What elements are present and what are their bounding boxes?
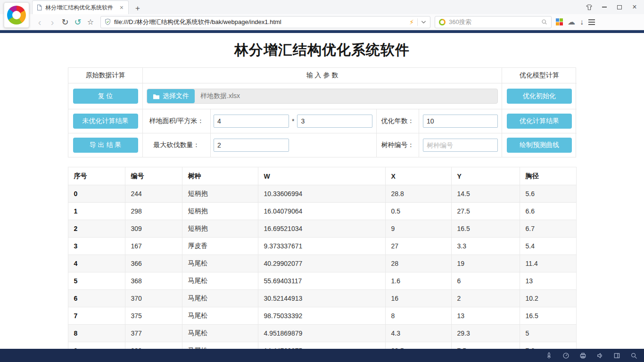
print-icon[interactable] bbox=[579, 352, 586, 359]
table-header-cell: X bbox=[385, 167, 451, 185]
page-favicon-icon bbox=[36, 4, 42, 11]
table-cell: 29.3 bbox=[451, 325, 520, 342]
cloud-sync-icon[interactable]: ☁ bbox=[568, 17, 575, 26]
page-zoom-icon[interactable] bbox=[630, 352, 637, 359]
maximize-icon bbox=[617, 5, 622, 9]
choose-file-button[interactable]: 选择文件 bbox=[147, 89, 195, 103]
window-controls: × bbox=[582, 1, 642, 13]
download-icon[interactable]: ↓ bbox=[580, 18, 584, 26]
chevron-down-icon[interactable] bbox=[421, 20, 426, 24]
parameter-panel: 原始数据计算 输 入 参 数 优化模型计算 复 位 选择文件 样地数据.xlsx… bbox=[68, 67, 576, 157]
table-cell: 8 bbox=[385, 307, 451, 325]
optimize-result-button[interactable]: 优化计算结果 bbox=[507, 114, 572, 129]
table-cell: 377 bbox=[125, 325, 182, 342]
table-cell: 11.4 bbox=[520, 255, 576, 272]
speed-gauge-icon[interactable] bbox=[562, 352, 570, 359]
table-cell: 380 bbox=[125, 342, 182, 349]
table-cell: 9 bbox=[385, 220, 451, 238]
table-cell: 167 bbox=[125, 238, 182, 255]
minimize-button[interactable] bbox=[597, 1, 612, 13]
tab-close-icon[interactable]: × bbox=[119, 4, 124, 11]
species-number-input[interactable] bbox=[423, 139, 498, 152]
table-cell: 14.5 bbox=[451, 185, 520, 203]
table-cell: 3 bbox=[68, 238, 125, 255]
search-icon[interactable] bbox=[541, 19, 547, 25]
table-cell: 0 bbox=[68, 185, 125, 203]
folder-icon bbox=[153, 93, 160, 99]
search-placeholder[interactable]: 360搜索 bbox=[449, 18, 538, 26]
browser-logo-icon bbox=[7, 6, 26, 25]
table-row: 7375马尾松98.7503339281316.5 bbox=[68, 307, 576, 325]
sidebar-panel-icon[interactable] bbox=[613, 352, 620, 359]
table-cell: 6 bbox=[451, 272, 520, 290]
reset-button[interactable]: 复 位 bbox=[73, 89, 138, 104]
table-cell: 厚皮香 bbox=[182, 238, 258, 255]
table-cell: 14.44760875 bbox=[258, 342, 385, 349]
table-cell: 马尾松 bbox=[182, 325, 258, 342]
table-cell: 375 bbox=[125, 307, 182, 325]
plot-area-width-input[interactable] bbox=[214, 115, 289, 128]
maximize-button[interactable] bbox=[612, 1, 627, 13]
app-grid-icon[interactable] bbox=[556, 18, 563, 25]
table-row: 6370马尾松30.5214491316210.2 bbox=[68, 290, 576, 307]
max-cut-input[interactable] bbox=[214, 139, 289, 152]
theme-button[interactable] bbox=[582, 1, 597, 13]
speaker-icon[interactable] bbox=[596, 352, 603, 359]
table-cell: 短柄抱 bbox=[182, 185, 258, 203]
table-cell: 2 bbox=[68, 220, 125, 238]
table-cell: 370 bbox=[125, 290, 182, 307]
table-cell: 309 bbox=[125, 220, 182, 238]
new-tab-button[interactable]: + bbox=[132, 3, 144, 14]
table-row: 9380马尾松14.4476087523.57.57.6 bbox=[68, 342, 576, 349]
search-engine-icon bbox=[439, 19, 446, 25]
table-cell: 30.52144913 bbox=[258, 290, 385, 307]
browser-tab[interactable]: 林分增汇结构优化系统软件 × bbox=[32, 0, 129, 14]
table-cell: 6.6 bbox=[520, 203, 576, 220]
file-input[interactable]: 选择文件 样地数据.xlsx bbox=[147, 89, 498, 104]
page-content: 林分增汇结构优化系统软件 原始数据计算 输 入 参 数 优化模型计算 复 位 选… bbox=[0, 33, 644, 349]
accelerator-icon[interactable]: ⚡ bbox=[409, 18, 414, 26]
rocket-boost-icon[interactable] bbox=[545, 352, 553, 359]
hamburger-menu-icon[interactable] bbox=[588, 19, 595, 25]
table-cell: 16 bbox=[385, 290, 451, 307]
shield-icon[interactable] bbox=[105, 18, 111, 25]
table-row: 8377马尾松4.9518698794.329.35 bbox=[68, 325, 576, 342]
refresh-icon[interactable]: ↻ bbox=[59, 16, 71, 28]
table-cell: 13 bbox=[451, 307, 520, 325]
table-cell: 368 bbox=[125, 272, 182, 290]
url-text[interactable]: file:///D:/林分增汇结构优化系统软件/bak/webpage/inde… bbox=[114, 18, 406, 26]
plot-area-height-input[interactable] bbox=[297, 115, 372, 128]
table-cell: 5.4 bbox=[520, 238, 576, 255]
browser-toolbar: ‹ › ↻ ↺ ☆ file:///D:/林分增汇结构优化系统软件/bak/we… bbox=[0, 14, 644, 30]
table-row: 1298短柄抱16.040790640.527.56.6 bbox=[68, 203, 576, 220]
table-cell: 28.8 bbox=[385, 185, 451, 203]
table-cell: 7.5 bbox=[451, 342, 520, 349]
optimize-init-button[interactable]: 优化初始化 bbox=[507, 89, 572, 104]
table-cell: 短柄抱 bbox=[182, 220, 258, 238]
table-cell: 98.75033392 bbox=[258, 307, 385, 325]
address-bar[interactable]: file:///D:/林分增汇结构优化系统软件/bak/webpage/inde… bbox=[100, 16, 430, 28]
table-cell: 1.6 bbox=[385, 272, 451, 290]
export-result-button[interactable]: 导 出 结 果 bbox=[73, 138, 138, 153]
optimize-years-input[interactable] bbox=[423, 115, 498, 128]
data-table: 序号编号树种WXY胸径 0244短柄抱10.3360699428.814.55.… bbox=[68, 167, 577, 349]
draw-curve-button[interactable]: 绘制预测曲线 bbox=[507, 138, 572, 153]
table-cell: 2 bbox=[451, 290, 520, 307]
browser-logo[interactable] bbox=[4, 2, 29, 28]
table-cell: 5 bbox=[520, 325, 576, 342]
forward-icon[interactable]: › bbox=[47, 16, 58, 28]
table-cell: 0.5 bbox=[385, 203, 451, 220]
table-cell: 8 bbox=[68, 325, 125, 342]
close-window-button[interactable]: × bbox=[627, 1, 642, 13]
table-cell: 16.04079064 bbox=[258, 203, 385, 220]
urlbar-divider bbox=[417, 18, 418, 26]
table-cell: 马尾松 bbox=[182, 290, 258, 307]
favorite-star-icon[interactable]: ☆ bbox=[85, 16, 96, 28]
restore-tab-icon[interactable]: ↺ bbox=[72, 16, 83, 28]
table-header-cell: 树种 bbox=[182, 167, 258, 185]
search-box[interactable]: 360搜索 bbox=[435, 16, 552, 28]
back-icon[interactable]: ‹ bbox=[34, 16, 45, 28]
unoptimized-result-button[interactable]: 未优化计算结果 bbox=[73, 114, 138, 129]
table-cell: 6.7 bbox=[520, 220, 576, 238]
table-header-row: 序号编号树种WXY胸径 bbox=[68, 167, 576, 185]
